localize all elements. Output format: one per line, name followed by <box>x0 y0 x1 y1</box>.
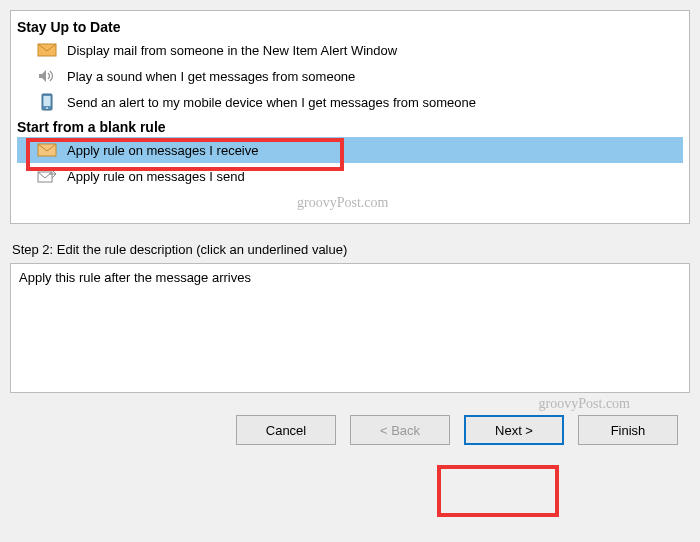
rule-item-label: Apply rule on messages I receive <box>67 143 679 158</box>
step2-label: Step 2: Edit the rule description (click… <box>12 242 688 257</box>
section-header-stay-up: Stay Up to Date <box>17 19 683 35</box>
finish-button[interactable]: Finish <box>578 415 678 445</box>
rule-item-label: Send an alert to my mobile device when I… <box>67 95 679 110</box>
svg-point-3 <box>46 107 48 109</box>
section-header-blank-rule: Start from a blank rule <box>17 119 683 135</box>
rule-list-stay-up: Display mail from someone in the New Ite… <box>17 37 683 115</box>
rule-item-new-item-alert[interactable]: Display mail from someone in the New Ite… <box>17 37 683 63</box>
speaker-icon <box>37 68 57 84</box>
watermark: groovyPost.com <box>17 195 683 211</box>
envelope-in-icon <box>37 142 57 158</box>
rule-item-label: Display mail from someone in the New Ite… <box>67 43 679 58</box>
envelope-alert-icon <box>37 42 57 58</box>
rule-description-text: Apply this rule after the message arrive… <box>19 270 681 285</box>
mobile-icon <box>37 94 57 110</box>
rule-template-panel: Stay Up to Date Display mail from someon… <box>10 10 690 224</box>
rule-item-label: Apply rule on messages I send <box>67 169 679 184</box>
rule-item-send[interactable]: Apply rule on messages I send <box>17 163 683 189</box>
watermark: groovyPost.com <box>539 396 630 412</box>
rule-description-panel[interactable]: Apply this rule after the message arrive… <box>10 263 690 393</box>
rule-item-receive[interactable]: Apply rule on messages I receive <box>17 137 683 163</box>
rule-item-label: Play a sound when I get messages from so… <box>67 69 679 84</box>
envelope-out-icon <box>37 168 57 184</box>
rule-item-mobile-alert[interactable]: Send an alert to my mobile device when I… <box>17 89 683 115</box>
rule-item-play-sound[interactable]: Play a sound when I get messages from so… <box>17 63 683 89</box>
back-button: < Back <box>350 415 450 445</box>
rule-list-blank-rule: Apply rule on messages I receive Apply r… <box>17 137 683 189</box>
next-button[interactable]: Next > <box>464 415 564 445</box>
wizard-button-row: Cancel < Back Next > Finish <box>10 415 690 445</box>
cancel-button[interactable]: Cancel <box>236 415 336 445</box>
svg-rect-2 <box>44 96 51 106</box>
annotation-highlight-next <box>437 465 559 517</box>
